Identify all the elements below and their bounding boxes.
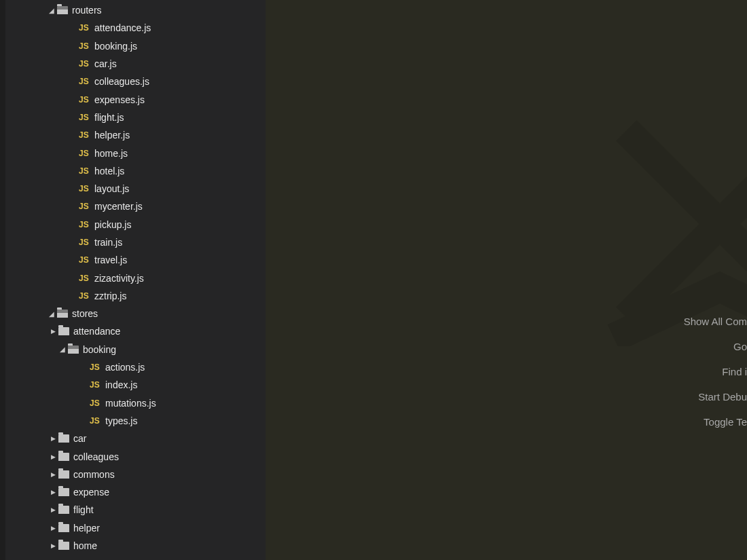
file-label: index.js (105, 379, 137, 390)
file-helper.js[interactable]: JShelper.js (5, 126, 266, 144)
folder-label: car (73, 433, 86, 444)
file-home.js[interactable]: JShome.js (5, 144, 266, 162)
file-train.js[interactable]: JStrain.js (5, 234, 266, 251)
folder-flight[interactable]: ▶flight (5, 501, 266, 519)
file-label: booking.js (94, 41, 137, 52)
chevron-down-icon[interactable]: ◢ (48, 7, 56, 14)
file-zztrip.js[interactable]: JSzztrip.js (5, 287, 266, 305)
file-car.js[interactable]: JScar.js (5, 55, 266, 73)
file-label: travel.js (94, 255, 127, 265)
folder-label: stores (72, 308, 98, 319)
file-actions.js[interactable]: JSactions.js (5, 358, 266, 376)
js-file-icon: JS (79, 184, 92, 193)
js-file-icon: JS (79, 113, 92, 122)
folder-attendance[interactable]: ▶attendance (5, 322, 266, 340)
file-pickup.js[interactable]: JSpickup.js (5, 216, 266, 234)
folder-stores[interactable]: ◢stores (5, 305, 266, 322)
welcome-command: Toggle Te (684, 409, 747, 434)
folder-label: routers (72, 5, 102, 16)
js-file-icon: JS (79, 149, 92, 158)
js-file-icon: JS (90, 362, 103, 372)
folder-icon (57, 310, 68, 318)
file-label: pickup.js (94, 219, 131, 230)
folder-colleagues[interactable]: ▶colleagues (5, 447, 266, 465)
welcome-commands: Show All ComGo Find iStart DebuToggle Te (684, 309, 747, 434)
file-index.js[interactable]: JSindex.js (5, 376, 266, 394)
folder-icon (58, 524, 69, 532)
chevron-right-icon[interactable]: ▶ (49, 525, 57, 531)
file-travel.js[interactable]: JStravel.js (5, 251, 266, 269)
folder-icon (57, 6, 68, 14)
folder-label: commons (73, 469, 115, 480)
folder-label: home (73, 540, 97, 551)
file-zizactivity.js[interactable]: JSzizactivity.js (5, 269, 266, 286)
js-file-icon: JS (79, 23, 92, 33)
file-colleagues.js[interactable]: JScolleagues.js (5, 73, 266, 90)
js-file-icon: JS (79, 202, 92, 211)
folder-icon (68, 346, 79, 354)
file-label: expenses.js (94, 94, 145, 105)
file-explorer[interactable]: ◢routersJSattendance.jsJSbooking.jsJScar… (5, 0, 266, 560)
file-booking.js[interactable]: JSbooking.js (5, 37, 266, 55)
js-file-icon: JS (79, 274, 92, 283)
welcome-command: Show All Com (684, 309, 747, 334)
file-mutations.js[interactable]: JSmutations.js (5, 394, 266, 412)
folder-commons[interactable]: ▶commons (5, 466, 266, 483)
folder-helper[interactable]: ▶helper (5, 519, 266, 537)
welcome-command: Start Debu (684, 384, 747, 409)
chevron-right-icon[interactable]: ▶ (49, 489, 57, 496)
file-label: zztrip.js (94, 291, 126, 301)
js-file-icon: JS (90, 380, 103, 390)
folder-home[interactable]: ▶home (5, 537, 266, 555)
js-file-icon: JS (79, 238, 92, 247)
file-label: hotel.js (94, 166, 124, 176)
welcome-command: Go (684, 334, 747, 359)
file-flight.js[interactable]: JSflight.js (5, 109, 266, 126)
js-file-icon: JS (79, 255, 92, 265)
chevron-right-icon[interactable]: ▶ (49, 435, 57, 442)
file-label: flight.js (94, 112, 124, 123)
file-label: actions.js (105, 362, 145, 373)
js-file-icon: JS (79, 166, 92, 176)
folder-car[interactable]: ▶car (5, 430, 266, 447)
welcome-command: Find i (684, 359, 747, 384)
chevron-right-icon[interactable]: ▶ (49, 453, 57, 460)
chevron-right-icon[interactable]: ▶ (49, 542, 57, 549)
folder-icon (58, 453, 69, 461)
folder-expense[interactable]: ▶expense (5, 483, 266, 501)
js-file-icon: JS (90, 416, 103, 426)
js-file-icon: JS (79, 130, 92, 140)
left-gutter (0, 0, 5, 560)
file-label: types.js (105, 415, 137, 426)
js-file-icon: JS (79, 77, 92, 86)
file-layout.js[interactable]: JSlayout.js (5, 180, 266, 198)
file-expenses.js[interactable]: JSexpenses.js (5, 90, 266, 108)
folder-booking[interactable]: ◢booking (5, 341, 266, 358)
chevron-down-icon[interactable]: ◢ (48, 310, 56, 318)
file-label: home.js (94, 148, 128, 159)
file-label: mutations.js (105, 398, 156, 409)
folder-routers[interactable]: ◢routers (5, 1, 266, 19)
folder-icon (58, 470, 69, 479)
file-attendance.js[interactable]: JSattendance.js (5, 19, 266, 37)
folder-label: booking (83, 344, 116, 355)
chevron-right-icon[interactable]: ▶ (49, 506, 57, 513)
file-hotel.js[interactable]: JShotel.js (5, 162, 266, 180)
file-label: layout.js (94, 183, 129, 194)
js-file-icon: JS (79, 95, 92, 105)
folder-label: colleagues (73, 451, 119, 462)
file-label: zizactivity.js (94, 273, 144, 284)
file-label: mycenter.js (94, 201, 143, 212)
file-mycenter.js[interactable]: JSmycenter.js (5, 198, 266, 215)
chevron-right-icon[interactable]: ▶ (49, 471, 57, 478)
folder-label: flight (73, 504, 94, 515)
chevron-down-icon[interactable]: ◢ (58, 346, 67, 353)
file-label: car.js (94, 58, 117, 69)
folder-label: expense (73, 487, 109, 498)
chevron-right-icon[interactable]: ▶ (49, 328, 57, 335)
js-file-icon: JS (90, 398, 103, 408)
file-types.js[interactable]: JStypes.js (5, 412, 266, 430)
folder-icon (58, 434, 69, 443)
js-file-icon: JS (79, 291, 92, 301)
folder-icon (58, 506, 69, 514)
